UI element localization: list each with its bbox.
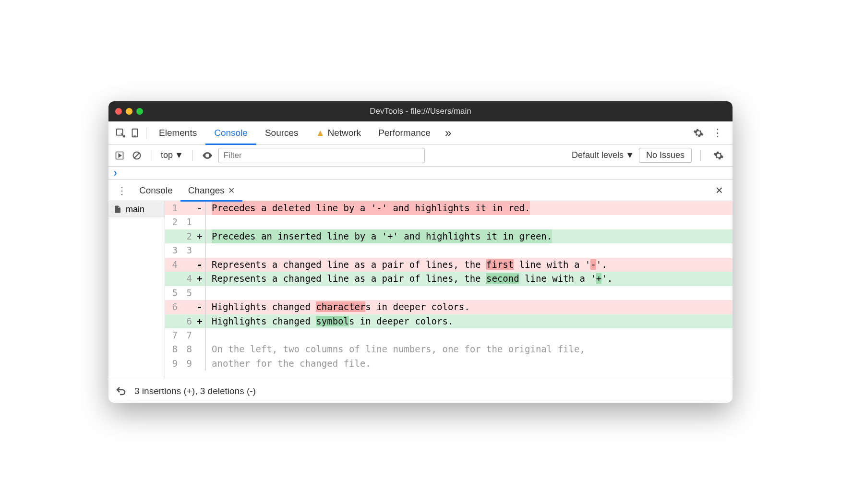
log-levels-selector[interactable]: Default levels ▼ [572,150,634,160]
gutter-separator [205,357,206,371]
file-icon [113,204,122,215]
console-prompt[interactable]: ❯ [108,167,733,180]
drawer-tab-console[interactable]: Console [132,180,180,201]
close-tab-icon[interactable]: × [228,184,235,197]
line-number-new: 9 [180,357,194,371]
code-content: another for the changed file. [212,357,733,371]
diff-line: 4-Represents a changed line as a pair of… [165,258,733,272]
line-number-old: 3 [165,243,180,257]
gutter-separator [205,342,206,356]
gutter-separator [205,314,206,328]
diff-line: 77 [165,328,733,342]
diff-view[interactable]: 1-Precedes a deleted line by a '-' and h… [165,201,733,379]
titlebar: DevTools - file:///Users/main [108,101,733,121]
prompt-chevron-icon: ❯ [113,169,117,177]
diff-sign: + [194,229,205,243]
minimize-window-button[interactable] [126,108,132,115]
code-content: Highlights changed symbols in deeper col… [212,314,733,328]
line-number-old: 7 [165,328,180,342]
drawer-tab-label: Changes [188,185,225,196]
clear-console-icon[interactable] [131,149,143,162]
tab-label: Console [214,128,248,138]
tab-label: Sources [265,128,299,138]
kebab-menu-icon[interactable]: ⋮ [708,127,728,139]
gutter-separator [205,215,206,229]
diff-line: 33 [165,243,733,257]
device-toolbar-icon[interactable] [128,126,142,140]
changes-footer: 3 insertions (+), 3 deletions (-) [108,379,733,403]
line-number-new: 5 [180,286,194,300]
drawer-menu-icon[interactable]: ⋮ [112,185,132,196]
tab-elements[interactable]: Elements [150,121,205,144]
file-name: main [126,204,144,215]
devtools-window: DevTools - file:///Users/main Elements C… [108,101,733,403]
tab-label: Performance [378,128,431,138]
diff-sign: - [194,300,205,314]
tab-console[interactable]: Console [205,121,256,144]
code-content: Represents a changed line as a pair of l… [212,272,733,286]
close-window-button[interactable] [115,108,122,115]
context-label: top [161,150,173,160]
levels-label: Default levels [572,150,624,160]
divider [152,150,152,161]
code-content: Represents a changed line as a pair of l… [212,258,733,272]
line-number-new: 1 [180,215,194,229]
traffic-lights [115,108,143,115]
show-sidebar-icon[interactable] [113,149,126,162]
issues-label: No Issues [646,150,685,160]
gutter-separator [205,243,206,257]
diff-sign: - [194,258,205,272]
tab-label: Network [327,128,361,138]
line-number-old: 8 [165,342,180,356]
line-number-old: 1 [165,201,180,215]
divider [700,150,701,161]
line-number-new: 4 [180,272,194,286]
drawer-tab-changes[interactable]: Changes × [180,180,242,201]
drawer-tabs: ⋮ Console Changes × × [108,180,733,201]
revert-icon[interactable] [115,385,127,397]
file-item-main[interactable]: main [108,201,165,217]
maximize-window-button[interactable] [136,108,143,115]
diff-sign: - [194,201,205,215]
code-content: Precedes an inserted line by a '+' and h… [212,229,552,243]
inspect-element-icon[interactable] [113,126,128,140]
diff-line: 55 [165,286,733,300]
more-tabs-button[interactable]: » [439,126,457,140]
diff-line: 1-Precedes a deleted line by a '-' and h… [165,201,733,215]
changes-panel: main 1-Precedes a deleted line by a '-' … [108,201,733,379]
code-content: Precedes a deleted line by a '-' and hig… [212,201,530,215]
close-drawer-icon[interactable]: × [710,183,729,198]
line-number-new: 2 [180,229,194,243]
settings-icon[interactable] [689,128,708,138]
tab-performance[interactable]: Performance [370,121,439,144]
line-number-new: 7 [180,328,194,342]
warning-icon: ▲ [316,128,325,138]
code-content: On the left, two columns of line numbers… [212,342,733,356]
context-selector[interactable]: top ▼ [161,150,183,160]
diff-line: 6-Highlights changed characters in deepe… [165,300,733,314]
diff-line: 2+Precedes an inserted line by a '+' and… [165,229,733,243]
svg-line-6 [134,153,139,158]
gutter-separator [205,258,206,272]
live-expression-icon[interactable] [201,149,214,162]
gutter-separator [205,328,206,342]
diff-line: 21 [165,215,733,229]
tab-sources[interactable]: Sources [256,121,307,144]
line-number-new: 8 [180,342,194,356]
chevron-down-icon: ▼ [625,150,634,160]
filter-input[interactable] [218,148,425,163]
issues-button[interactable]: No Issues [639,148,692,163]
changes-summary: 3 insertions (+), 3 deletions (-) [134,386,256,396]
files-sidebar: main [108,201,165,379]
line-number-old: 4 [165,258,180,272]
console-settings-icon[interactable] [709,150,728,161]
tab-label: Elements [159,128,197,138]
line-number-old: 9 [165,357,180,371]
line-number-new: 6 [180,314,194,328]
tab-network[interactable]: ▲Network [307,121,370,144]
gutter-separator [205,300,206,314]
diff-line: 99another for the changed file. [165,357,733,371]
diff-line: 88On the left, two columns of line numbe… [165,342,733,356]
code-content: Highlights changed characters in deeper … [212,300,733,314]
panel-tabs: Elements Console Sources ▲Network Perfor… [150,121,689,144]
